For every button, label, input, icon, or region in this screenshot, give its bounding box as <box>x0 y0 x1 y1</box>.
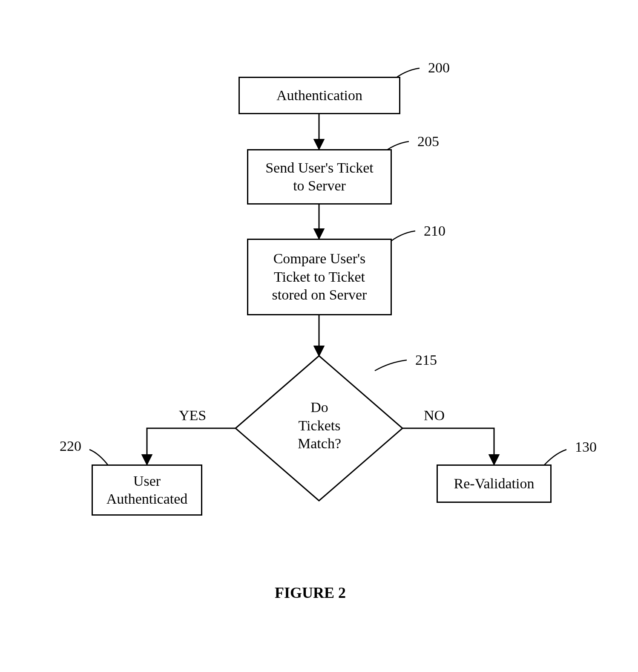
decision-tickets-match: DoTicketsMatch? <box>268 398 371 453</box>
box-re-validation: Re-Validation <box>437 464 552 503</box>
box-send-ticket: Send User's Ticketto Server <box>247 149 392 205</box>
edge-label-yes: YES <box>179 408 206 423</box>
figure-caption: FIGURE 2 <box>275 584 346 602</box>
ref-200: 200 <box>428 61 450 75</box>
ref-210: 210 <box>424 224 445 238</box>
flowchart-canvas: Authentication Send User's Ticketto Serv… <box>0 0 638 672</box>
ref-220: 220 <box>60 439 81 453</box>
box-user-authenticated: UserAuthenticated <box>92 464 202 516</box>
ref-130: 130 <box>575 440 597 454</box>
box-authentication: Authentication <box>239 77 400 114</box>
box-compare-ticket: Compare User'sTicket to Ticketstored on … <box>247 239 392 315</box>
ref-215: 215 <box>415 353 437 367</box>
edge-label-no: NO <box>424 408 445 423</box>
ref-205: 205 <box>417 134 439 149</box>
